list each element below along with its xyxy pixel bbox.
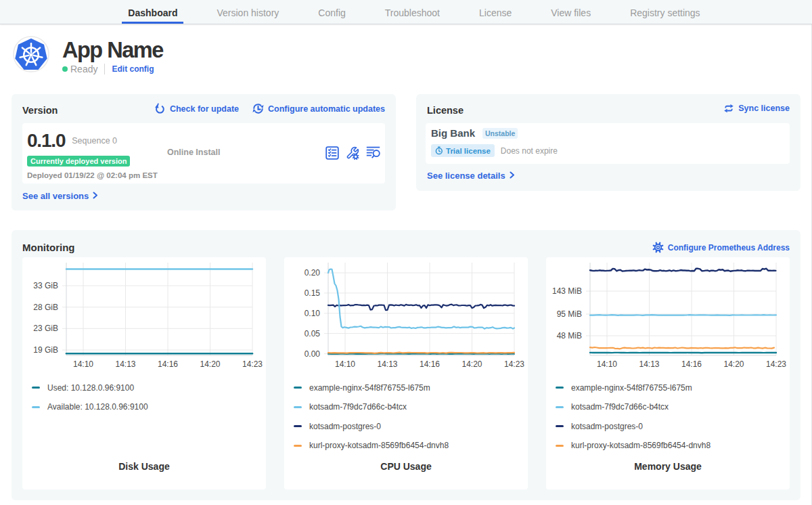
svg-text:0.05: 0.05 [304,329,321,338]
svg-text:23 GiB: 23 GiB [33,324,58,333]
svg-text:0.10: 0.10 [304,309,321,318]
svg-text:48 MiB: 48 MiB [557,331,582,341]
svg-text:14:16: 14:16 [420,359,440,369]
svg-text:14:13: 14:13 [377,359,397,369]
svg-text:143 MiB: 143 MiB [552,286,582,296]
svg-text:14:13: 14:13 [639,359,659,369]
svg-text:14:20: 14:20 [723,359,744,369]
svg-text:0.15: 0.15 [304,288,321,298]
svg-text:14:23: 14:23 [504,359,524,369]
svg-text:14:10: 14:10 [597,359,617,369]
svg-text:14:16: 14:16 [158,359,178,369]
svg-text:95 MiB: 95 MiB [557,309,582,319]
svg-text:0.20: 0.20 [304,268,321,278]
svg-text:14:23: 14:23 [766,359,786,369]
svg-text:14:23: 14:23 [242,359,263,369]
svg-text:14:20: 14:20 [200,359,220,369]
svg-text:0.00: 0.00 [304,349,321,359]
svg-text:14:20: 14:20 [461,359,482,369]
svg-text:14:10: 14:10 [73,359,93,369]
svg-text:28 GiB: 28 GiB [33,303,58,312]
svg-text:14:13: 14:13 [115,359,135,369]
svg-text:14:16: 14:16 [681,359,702,369]
svg-text:33 GiB: 33 GiB [33,281,58,290]
svg-text:19 GiB: 19 GiB [33,345,58,355]
svg-text:14:10: 14:10 [335,359,355,369]
